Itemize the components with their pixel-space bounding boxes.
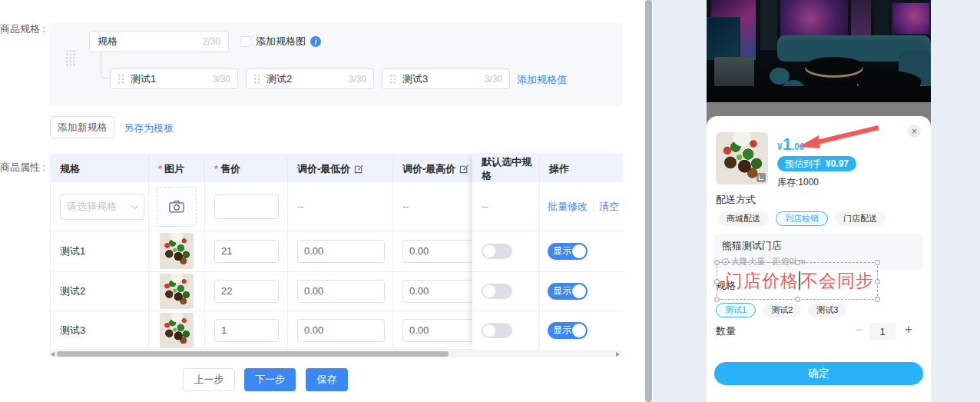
batch-price-input[interactable] (214, 194, 279, 219)
row-min-input[interactable] (297, 319, 385, 342)
add-spec-value-link[interactable]: 添加规格值 (517, 73, 567, 87)
visibility-toggle-label: 显示 (553, 284, 571, 297)
selection-handle[interactable] (875, 260, 880, 265)
row-spec-name: 测试1 (60, 244, 85, 258)
drag-handle-icon[interactable] (253, 74, 260, 84)
vertical-scrollbar-thumb[interactable] (645, 0, 652, 402)
row-spec-name: 测试3 (60, 324, 85, 337)
visibility-toggle-label: 显示 (553, 324, 571, 337)
spec-value-input-3[interactable]: 测试3 3/30 (382, 68, 510, 89)
default-spec-toggle[interactable] (482, 323, 512, 338)
selection-handle[interactable] (795, 297, 800, 302)
add-spec-image-checkbox[interactable] (240, 36, 251, 47)
chevron-down-icon (131, 201, 139, 209)
qty-value: 1 (869, 323, 896, 340)
delivery-title: 配送方式 (716, 193, 756, 207)
selection-handle[interactable] (714, 260, 720, 265)
save-button[interactable]: 保存 (306, 368, 348, 391)
visibility-toggle[interactable]: 显示 (548, 322, 588, 339)
page: 商品规格 : 规格 2/30 添加规格图 i 测试1 3/30 测试2 3/30… (0, 0, 980, 402)
spec-option-3[interactable]: 测试3 (808, 303, 846, 317)
selection-handle[interactable] (714, 297, 720, 302)
add-spec-image-label: 添加规格图 (256, 35, 306, 48)
spec-value-counter-3: 3/30 (485, 74, 502, 85)
row-price-input[interactable] (214, 240, 279, 263)
annotation-text: 门店价格不会同步 (725, 269, 874, 293)
store-name: 熊猫测试门店 (722, 239, 915, 253)
col-image: 图片 (164, 162, 184, 176)
close-icon[interactable]: × (908, 125, 921, 138)
row-price-input[interactable] (214, 280, 279, 303)
row-spec-name: 测试2 (60, 284, 85, 298)
required-asterisk: * (158, 163, 162, 174)
row-product-image[interactable] (160, 313, 194, 348)
row-product-image[interactable] (160, 274, 194, 309)
spec-section-label: 商品规格 : (0, 22, 45, 36)
col-max: 调价-最高价 (402, 162, 455, 176)
visibility-toggle[interactable]: 显示 (548, 283, 588, 300)
col-action: 操作 (549, 162, 569, 176)
row-product-image[interactable] (160, 233, 194, 269)
edit-icon[interactable] (354, 164, 364, 174)
spec-editor-panel: 规格 2/30 添加规格图 i 测试1 3/30 测试2 3/30 测试3 3/… (50, 23, 622, 106)
link-separator: | (592, 201, 594, 212)
scroll-right-arrow-icon[interactable] (616, 352, 620, 357)
row-price-input[interactable] (214, 319, 279, 342)
batch-default-dash: -- (482, 201, 488, 212)
spec-value-counter-2: 3/30 (349, 74, 366, 85)
camera-icon (169, 200, 184, 213)
batch-min-dash: -- (297, 201, 304, 212)
spec-value-input-2[interactable]: 测试2 3/30 (246, 68, 374, 89)
spec-value-input-1[interactable]: 测试1 3/30 (110, 68, 238, 89)
delivery-option-mall[interactable]: 商城配送 (718, 211, 769, 226)
info-icon[interactable]: i (310, 36, 321, 47)
selection-handle[interactable] (875, 279, 880, 284)
edit-icon[interactable] (459, 164, 469, 174)
price-integer: 1 (783, 135, 792, 154)
estimate-value: ¥0.97 (826, 158, 849, 169)
scroll-left-arrow-icon[interactable] (51, 352, 55, 357)
phone-preview: × ¥1.00 预估到手 ¥0.97 库存:1000 配送方式 商城配送 到店核… (707, 0, 931, 402)
required-asterisk: * (214, 163, 218, 174)
spec-option-1[interactable]: 测试1 (716, 303, 756, 317)
qty-plus-button[interactable]: + (905, 322, 912, 337)
spec-filter-select[interactable]: 请选择规格 (60, 194, 144, 220)
table-fixed-columns: 默认选中规格 操作 -- 批量修改 | 清空 显示 显示 (472, 154, 623, 350)
default-spec-toggle[interactable] (482, 244, 512, 259)
batch-upload-image-button[interactable] (157, 187, 197, 227)
drag-handle-icon[interactable] (118, 74, 124, 84)
expand-icon (757, 173, 766, 182)
col-default: 默认选中规格 (482, 155, 539, 183)
drag-handle-icon[interactable] (65, 49, 77, 66)
annotation-arrow-icon (796, 122, 882, 151)
confirm-button[interactable]: 确定 (714, 362, 923, 385)
ktv-room-image (707, 0, 931, 102)
add-new-spec-button[interactable]: 添加新规格 (50, 116, 114, 138)
prev-step-button[interactable]: 上一步 (183, 368, 235, 391)
spec-option-2[interactable]: 测试2 (763, 303, 801, 317)
modal-dim-overlay (707, 102, 931, 117)
popup-product-image[interactable] (716, 132, 768, 184)
save-as-template-link[interactable]: 另存为模板 (124, 121, 174, 135)
row-min-input[interactable] (297, 280, 385, 303)
selection-handle[interactable] (714, 279, 720, 284)
row-min-input[interactable] (297, 240, 385, 263)
batch-edit-link[interactable]: 批量修改 (548, 200, 588, 214)
product-popup-sheet: × ¥1.00 预估到手 ¥0.97 库存:1000 配送方式 商城配送 到店核… (707, 116, 931, 402)
estimate-label: 预估到手 (785, 158, 822, 171)
attribute-table: 规格 *图片 *售价 调价-最低价 调价-最高价 请选择规格 (50, 154, 622, 350)
spec-name-input[interactable]: 规格 2/30 (89, 31, 229, 52)
spec-value-3: 测试3 (402, 72, 428, 86)
delivery-option-store[interactable]: 门店配送 (835, 211, 886, 226)
default-spec-toggle[interactable] (482, 284, 512, 299)
clear-link[interactable]: 清空 (599, 200, 619, 214)
selection-handle[interactable] (875, 297, 880, 302)
next-step-button[interactable]: 下一步 (244, 368, 296, 391)
selection-handle[interactable] (795, 260, 800, 265)
visibility-toggle[interactable]: 显示 (548, 243, 588, 260)
qty-minus-button[interactable]: − (856, 323, 863, 338)
delivery-option-instore[interactable]: 到店核销 (776, 211, 828, 226)
horizontal-scrollbar-thumb[interactable] (57, 351, 449, 357)
drag-handle-icon[interactable] (389, 74, 396, 84)
annotation-text-left: 门店价格 (725, 271, 799, 291)
